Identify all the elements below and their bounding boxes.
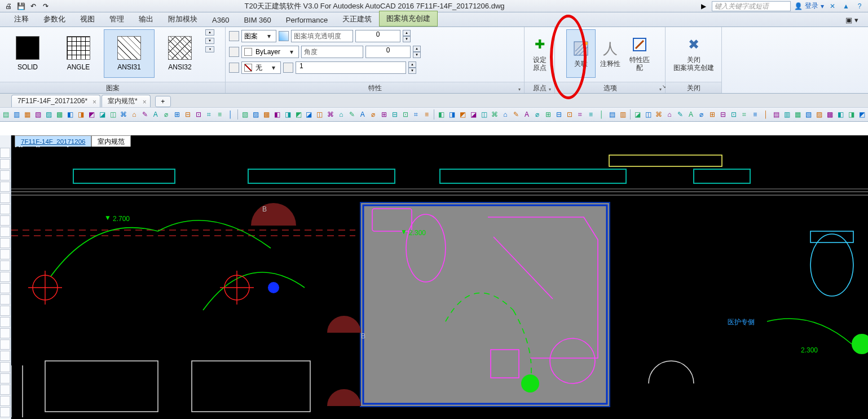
toolbar-button[interactable]: ⊟ [554,109,563,120]
toolbar-button[interactable]: ▥ [782,109,792,120]
toolbar-button[interactable]: A [686,109,696,120]
associative-button[interactable]: 关联 [566,29,596,78]
drawing-tab-1[interactable]: 7F11F-14F_20171206 [15,135,91,147]
tab-a360[interactable]: A360 [205,13,236,27]
toolbar-button[interactable]: ▨ [44,109,54,120]
toolbar-button[interactable]: ◩ [857,109,867,120]
save-icon[interactable]: 💾 [16,1,26,11]
hatch-bg-combo[interactable]: 无 ▾ [241,61,281,74]
toolbar-button[interactable]: ⌂ [665,109,675,120]
palette-button[interactable] [0,385,10,395]
toolbar-button[interactable]: ⊡ [400,109,410,120]
palette-button[interactable] [0,373,10,383]
set-origin-button[interactable]: ✚ 设定 原点 [527,29,552,78]
toolbar-button[interactable]: ⌘ [490,109,500,120]
toolbar-button[interactable]: ▧ [33,109,43,120]
palette-button[interactable] [0,215,10,226]
toolbar-button[interactable]: ▨ [814,109,824,120]
toolbar-button[interactable]: ◩ [87,109,96,120]
toolbar-button[interactable]: ◨ [847,109,856,120]
login-button[interactable]: 👤 登录 ▾ [794,1,824,11]
pattern-expand-button[interactable]: ▾ [205,46,214,52]
toolbar-button[interactable]: ▤ [1,109,11,120]
palette-button[interactable] [0,351,10,361]
pattern-angle[interactable]: ANGLE [53,29,104,78]
toolbar-button[interactable]: ◫ [479,109,489,120]
palette-button[interactable] [0,170,10,180]
ribbon-overflow-button[interactable]: ▣ ▾ [836,13,868,27]
toolbar-button[interactable]: ◨ [447,109,457,120]
toolbar-button[interactable]: ▩ [55,109,64,120]
toolbar-button[interactable]: ▨ [251,109,261,120]
toolbar-button[interactable]: ▤ [607,109,617,120]
tab-annotate[interactable]: 注释 [7,11,36,27]
palette-button[interactable] [0,159,10,169]
toolbar-button[interactable]: ▩ [825,109,835,120]
toolbar-button[interactable]: ⌗ [204,109,214,120]
toolbar-button[interactable]: ▤ [772,109,781,120]
palette-button[interactable] [0,339,10,350]
angle-down-button[interactable]: ▼ [413,52,421,58]
toolbar-button[interactable]: ≡ [215,109,224,120]
toolbar-button[interactable]: ⊞ [707,109,717,120]
toolbar-button[interactable]: ▧ [804,109,813,120]
panel-expand-icon[interactable]: ▾ [518,84,521,95]
toolbar-button[interactable]: ▥ [618,109,628,120]
palette-button[interactable] [0,193,10,203]
toolbar-button[interactable]: ⌗ [575,109,585,120]
hatch-color-combo[interactable]: ByLayer ▾ [241,46,299,58]
tab-hatch-creation[interactable]: 图案填充创建 [379,11,438,27]
palette-button[interactable] [0,204,10,214]
close-icon[interactable]: × [92,96,96,108]
toolbar-button[interactable]: ◫ [315,109,324,120]
toolbar-button[interactable]: ◩ [458,109,468,120]
toolbar-button[interactable]: ⊞ [379,109,389,120]
toolbar-button[interactable]: ▧ [240,109,250,120]
palette-button[interactable] [0,362,10,372]
toolbar-button[interactable]: ⌀ [697,109,706,120]
search-input[interactable]: 键入关键字或短语 [712,1,791,11]
toolbar-button[interactable]: ◨ [283,109,293,120]
toolbar-button[interactable]: ⊞ [172,109,182,120]
toolbar-button[interactable]: │ [761,109,770,120]
toolbar-button[interactable]: ▦ [23,109,32,120]
toolbar-button[interactable]: ◧ [272,109,282,120]
toolbar-button[interactable]: ⌂ [501,109,510,120]
tab-manage[interactable]: 管理 [102,11,131,27]
tab-parametric[interactable]: 参数化 [36,11,73,27]
palette-button[interactable] [0,396,10,406]
toolbar-button[interactable]: ≡ [422,109,431,120]
toolbar-button[interactable]: ⌂ [129,109,139,120]
toolbar-button[interactable]: ◫ [644,109,653,120]
toolbar-button[interactable]: ✎ [676,109,685,120]
toolbar-button[interactable]: ◪ [98,109,107,120]
toolbar-button[interactable]: ▦ [793,109,803,120]
toolbar-button[interactable]: ✎ [347,109,356,120]
toolbar-button[interactable]: ⌀ [368,109,378,120]
toolbar-button[interactable]: ≡ [586,109,596,120]
transparency-input[interactable]: 0 [355,30,400,42]
toolbar-button[interactable]: ◪ [633,109,642,120]
palette-button[interactable] [0,249,10,259]
pattern-scroll-up-button[interactable]: ▲ [205,29,214,36]
toolbar-button[interactable]: ▥ [12,109,21,120]
toolbar-button[interactable]: ⊡ [193,109,203,120]
toolbar-button[interactable]: ⌘ [654,109,664,120]
angle-input[interactable]: 0 [365,46,411,58]
toolbar-button[interactable]: │ [597,109,606,120]
toolbar-button[interactable]: A [522,109,531,120]
annotative-button[interactable]: 人 注释性 [596,29,625,78]
toolbar-button[interactable]: ✎ [140,109,149,120]
toolbar-button[interactable]: ⊟ [390,109,399,120]
palette-button[interactable] [0,227,10,237]
toolbar-button[interactable]: ◪ [469,109,478,120]
toolbar-button[interactable]: ◩ [294,109,303,120]
scale-input[interactable]: 1 [296,61,406,74]
pattern-solid[interactable]: SOLID [2,29,53,78]
match-properties-button[interactable]: 特性匹配 [625,29,654,78]
toolbar-button[interactable]: ◫ [108,109,118,120]
hatch-type-combo[interactable]: 图案 ▾ [241,30,276,42]
toolbar-button[interactable]: ◪ [305,109,314,120]
toolbar-button[interactable]: ⌗ [739,109,749,120]
drawing-canvas[interactable]: [-][俯视][二维线框] [11,135,868,419]
